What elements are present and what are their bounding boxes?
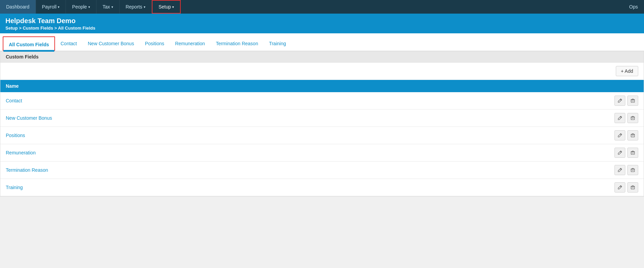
row-actions-cell — [609, 162, 644, 179]
delete-button[interactable] — [627, 182, 638, 192]
svg-rect-4 — [631, 169, 634, 172]
nav-reports[interactable]: Reports ▾ — [120, 0, 152, 14]
tab-all-custom-fields[interactable]: All Custom Fields — [3, 36, 55, 51]
tab-positions[interactable]: Positions — [140, 36, 170, 51]
reports-dropdown-arrow: ▾ — [144, 5, 145, 9]
delete-button[interactable] — [627, 148, 638, 158]
row-actions-cell — [609, 127, 644, 144]
main-content: Custom Fields + Add Name ContactNew Cust… — [0, 51, 644, 197]
custom-fields-table: Name ContactNew Customer BonusPositionsR… — [0, 80, 644, 196]
tab-contact[interactable]: Contact — [55, 36, 82, 51]
table-row: Termination Reason — [0, 162, 644, 179]
people-dropdown-arrow: ▾ — [88, 5, 90, 9]
edit-button[interactable] — [614, 96, 625, 106]
add-button[interactable]: + Add — [616, 66, 638, 76]
table-row: Remuneration — [0, 144, 644, 162]
page-header: Helpdesk Team Demo Setup > Custom Fields… — [0, 14, 644, 33]
table-row: Contact — [0, 92, 644, 110]
row-name-cell: New Customer Bonus — [0, 110, 609, 127]
tab-termination-reason[interactable]: Termination Reason — [210, 36, 264, 51]
delete-button[interactable] — [627, 165, 638, 175]
svg-rect-1 — [631, 117, 634, 120]
setup-dropdown-arrow: ▾ — [172, 5, 174, 9]
nav-payroll[interactable]: Payroll ▾ — [36, 0, 66, 14]
nav-ops[interactable]: Ops — [623, 0, 644, 14]
column-header-actions — [609, 80, 644, 92]
row-name-cell: Remuneration — [0, 144, 609, 162]
edit-button[interactable] — [614, 148, 625, 158]
nav-dashboard[interactable]: Dashboard — [0, 0, 36, 14]
company-name: Helpdesk Team Demo — [5, 17, 639, 25]
nav-setup[interactable]: Setup ▾ — [152, 0, 181, 14]
row-actions-cell — [609, 110, 644, 127]
edit-button[interactable] — [614, 165, 625, 175]
delete-button[interactable] — [627, 113, 638, 123]
svg-rect-0 — [631, 100, 634, 102]
breadcrumb: Setup > Custom Fields > All Custom Field… — [5, 26, 639, 31]
payroll-dropdown-arrow: ▾ — [58, 5, 59, 9]
table-row: New Customer Bonus — [0, 110, 644, 127]
edit-button[interactable] — [614, 113, 625, 123]
tab-bar: All Custom Fields Contact New Customer B… — [0, 33, 644, 51]
delete-button[interactable] — [627, 96, 638, 106]
svg-rect-5 — [631, 186, 634, 189]
table-row: Positions — [0, 127, 644, 144]
table-row: Training — [0, 179, 644, 196]
svg-rect-2 — [631, 134, 634, 137]
row-actions-cell — [609, 179, 644, 196]
delete-button[interactable] — [627, 130, 638, 140]
column-header-name: Name — [0, 80, 609, 92]
row-name-cell: Termination Reason — [0, 162, 609, 179]
tab-new-customer-bonus[interactable]: New Customer Bonus — [82, 36, 139, 51]
tab-remuneration[interactable]: Remuneration — [169, 36, 210, 51]
tax-dropdown-arrow: ▾ — [111, 5, 113, 9]
svg-rect-3 — [631, 152, 634, 154]
edit-button[interactable] — [614, 130, 625, 140]
nav-tax[interactable]: Tax ▾ — [96, 0, 120, 14]
row-name-cell: Positions — [0, 127, 609, 144]
edit-button[interactable] — [614, 182, 625, 192]
nav-people[interactable]: People ▾ — [66, 0, 96, 14]
row-actions-cell — [609, 144, 644, 161]
toolbar: + Add — [0, 63, 644, 80]
tab-training[interactable]: Training — [264, 36, 291, 51]
top-navigation: Dashboard Payroll ▾ People ▾ Tax ▾ Repor… — [0, 0, 644, 14]
row-actions-cell — [609, 92, 644, 109]
row-name-cell: Contact — [0, 92, 609, 110]
section-header: Custom Fields — [0, 51, 644, 63]
row-name-cell: Training — [0, 179, 609, 196]
